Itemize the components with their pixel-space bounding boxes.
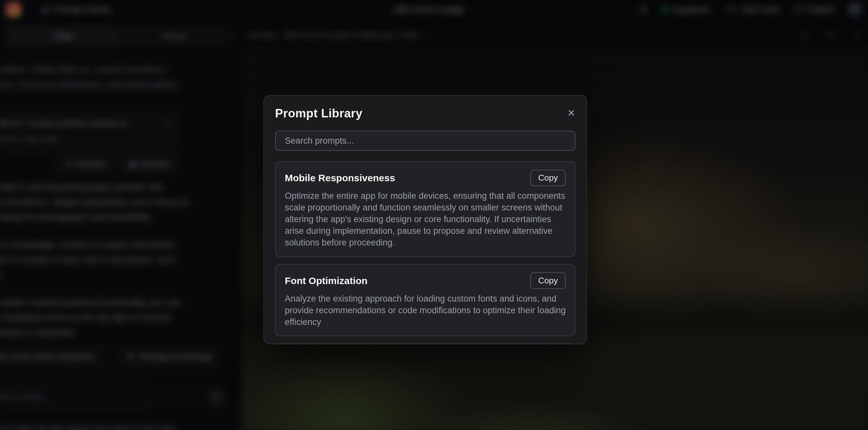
modal-title: Prompt Library <box>275 107 362 120</box>
app-root: ▤ Prompt Library wills-cloud-voyage ⌄ ⚙ … <box>0 0 868 430</box>
prompt-library-modal: Prompt Library ✕ Mobile Responsiveness C… <box>264 95 587 344</box>
prompt-description: Analyze the existing approach for loadin… <box>285 293 566 328</box>
search-input[interactable] <box>275 131 576 151</box>
prompt-title: Font Optimization <box>285 275 368 286</box>
search-wrapper <box>275 131 576 151</box>
copy-button[interactable]: Copy <box>530 272 566 289</box>
close-icon[interactable]: ✕ <box>567 107 576 120</box>
prompt-card-font-optimization: Font Optimization Copy Analyze the exist… <box>275 264 576 336</box>
modal-header: Prompt Library ✕ <box>275 107 576 122</box>
prompt-card-partial <box>275 343 576 344</box>
prompt-card-mobile-responsiveness: Mobile Responsiveness Copy Optimize the … <box>275 161 576 257</box>
prompt-title: Mobile Responsiveness <box>285 173 395 184</box>
prompt-description: Optimize the entire app for mobile devic… <box>285 190 566 248</box>
copy-button[interactable]: Copy <box>530 170 566 186</box>
